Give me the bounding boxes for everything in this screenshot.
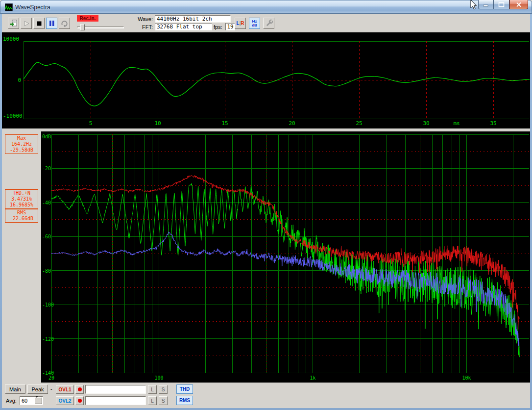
repeat-arrow-icon: [61, 20, 69, 27]
open-file-icon: [9, 19, 18, 28]
axis-label: -10000: [3, 113, 23, 119]
maximize-button[interactable]: [494, 0, 509, 9]
axis-label: 0: [18, 77, 21, 83]
stop-button[interactable]: [33, 18, 45, 29]
chevron-down-icon: [35, 396, 38, 404]
overlay1-save-button[interactable]: S: [159, 385, 168, 394]
overlay1-button[interactable]: OVL1: [56, 385, 74, 394]
record-dot-icon: [78, 399, 82, 403]
avg-label: Avg:: [6, 398, 17, 404]
spectrum-chart: 0dB-20-40-60-80-100-120-140201001k10k: [41, 131, 530, 383]
db-scale-label: dB: [252, 24, 257, 27]
bottom-control-bar: Main Peak - OVL1 L S THD Avg: 60 OVL2: [2, 383, 530, 408]
axis-label: 0dB: [42, 134, 51, 139]
window-title: WaveSpectra: [15, 4, 50, 11]
rms-value: -22.66dB: [5, 216, 38, 222]
main-toolbar: Rec.in. Wave: 44100Hz 16bit 2ch FFT: 327…: [2, 14, 530, 32]
rec-input-indicator: Rec.in.: [77, 15, 98, 22]
overlay1-record-button[interactable]: [75, 385, 84, 394]
rms-readout: RMS -22.66dB: [5, 209, 38, 223]
rms-toggle-button[interactable]: RMS: [176, 396, 193, 405]
thd-value-1: 3.4731%: [5, 196, 38, 202]
axis-label: 30: [423, 120, 429, 127]
axis-label: 10k: [462, 375, 471, 381]
wave-format-label: Wave:: [126, 16, 153, 22]
axis-label: 20: [289, 120, 295, 127]
axis-label: 25: [356, 120, 362, 127]
settings-button[interactable]: [263, 18, 274, 29]
spectrum-trace-green: [51, 183, 519, 357]
thd-readout: THD.+N 3.4731% 16.9685%: [5, 189, 38, 209]
app-icon: [5, 3, 13, 11]
axis-label: 20: [48, 375, 54, 381]
titlebar[interactable]: WaveSpectra: [0, 0, 532, 14]
overlay2-save-button[interactable]: S: [159, 396, 168, 405]
fft-settings-value: 32768 Flat top: [155, 23, 212, 30]
max-readout: Max 164.2Hz -29.58dB: [5, 134, 38, 154]
channel-right-label: R: [241, 21, 244, 26]
minimize-icon: [483, 2, 489, 7]
spectrum-trace-red: [51, 175, 519, 329]
spectrum-trace-blue: [51, 232, 519, 348]
main-view-button[interactable]: Main: [5, 384, 25, 394]
thd-value-2: 16.9685%: [5, 202, 38, 208]
avg-count-value: 60: [22, 398, 27, 404]
max-title: Max: [5, 135, 38, 141]
rms-title: RMS: [5, 210, 38, 216]
repeat-button[interactable]: [59, 18, 70, 29]
wavespectra-window: WaveSpectra: [0, 0, 532, 410]
axis-label: -60: [42, 234, 51, 239]
window-content: Rec.in. Wave: 44100Hz 16bit 2ch FFT: 327…: [2, 14, 530, 408]
axis-label: -120: [42, 336, 54, 342]
minimize-button[interactable]: [478, 0, 494, 9]
axis-label: -20: [42, 166, 51, 171]
record-dot-icon: [78, 387, 82, 391]
wave-format-value: 44100Hz 16bit 2ch: [155, 15, 231, 23]
overlay1-name-input[interactable]: [85, 385, 146, 394]
play-icon: [23, 20, 30, 27]
axis-label: 1k: [310, 375, 315, 381]
window-frame-bottom: [0, 408, 532, 410]
peak-view-button[interactable]: Peak: [27, 384, 48, 394]
open-file-button[interactable]: [8, 18, 19, 29]
fft-settings-label: FFT:: [126, 24, 153, 30]
max-frequency: 164.2Hz: [5, 141, 38, 147]
spectrum-panel: 0dB-20-40-60-80-100-120-140201001k10k: [41, 131, 530, 383]
axis-label: -40: [42, 200, 51, 205]
axis-label: 100: [154, 375, 163, 381]
channel-lr-toggle-button[interactable]: L|R: [235, 18, 246, 29]
fps-label: fps:: [214, 24, 224, 30]
overlay2-load-button[interactable]: L: [148, 396, 157, 405]
close-button[interactable]: [509, 0, 528, 9]
overlay1-load-button[interactable]: L: [148, 385, 157, 394]
spectrum-section: Max 164.2Hz -29.58dB THD.+N 3.4731% 16.9…: [2, 131, 530, 383]
axis-label: ms: [453, 120, 459, 127]
thd-title: THD.+N: [5, 190, 38, 196]
pause-button[interactable]: [46, 18, 57, 29]
mouse-cursor: [468, 0, 480, 12]
max-level: -29.58dB: [5, 147, 38, 153]
avg-count-dropdown[interactable]: 60: [20, 396, 43, 405]
axis-label: 10000: [3, 36, 19, 42]
thd-toggle-button[interactable]: THD: [176, 384, 193, 394]
axis-label: -100: [42, 302, 54, 308]
axis-label: 15: [221, 120, 228, 127]
input-level-slider[interactable]: [77, 24, 124, 30]
waveform-chart: 5101520253035ms100000-10000: [2, 32, 530, 128]
overlay2-button[interactable]: OVL2: [56, 396, 74, 405]
axis-label: -80: [42, 268, 51, 274]
readout-gutter: Max 164.2Hz -29.58dB THD.+N 3.4731% 16.9…: [2, 131, 41, 383]
settings-wrench-icon: [264, 19, 274, 28]
maximize-icon: [498, 2, 505, 7]
overlay2-record-button[interactable]: [75, 396, 84, 405]
waveform-panel: 5101520253035ms100000-10000: [2, 32, 530, 128]
play-button[interactable]: [21, 18, 32, 29]
overlay2-name-input[interactable]: [85, 396, 146, 405]
pause-icon: [49, 20, 55, 26]
slider-thumb[interactable]: [80, 24, 85, 30]
waveform-trace: [24, 62, 530, 106]
stop-icon: [36, 21, 42, 26]
window-frame-right: [530, 14, 532, 408]
dropdown-arrow-button[interactable]: [35, 397, 42, 404]
hz-db-scale-button[interactable]: Hz dB: [249, 18, 260, 29]
